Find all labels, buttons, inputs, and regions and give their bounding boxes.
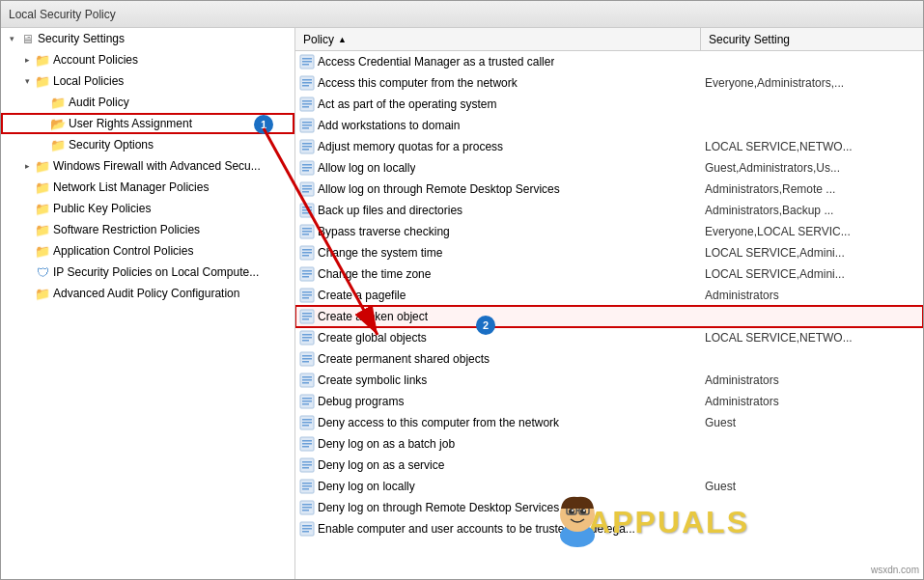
svg-rect-29 <box>302 207 312 208</box>
policy-name: Enable computer and user accounts to be … <box>318 522 635 536</box>
list-row-allow-log-on[interactable]: Allow log on locally Guest,Administrator… <box>295 157 923 179</box>
policy-icon <box>299 181 315 197</box>
policy-icon <box>299 394 315 409</box>
list-row-act-part[interactable]: Act as part of the operating system <box>295 94 923 115</box>
folder-icon: 📁 <box>35 202 50 216</box>
list-row-create-global[interactable]: Create global objects LOCAL SERVICE,NETW… <box>295 327 923 348</box>
sort-arrow: ▲ <box>338 35 347 44</box>
svg-rect-79 <box>302 467 309 469</box>
list-body[interactable]: Access Credential Manager as a trusted c… <box>295 51 923 579</box>
svg-rect-11 <box>302 106 309 108</box>
list-row-create-symbolic[interactable]: Create symbolic links Administrators <box>295 370 923 391</box>
wsxdn-watermark: wsxdn.com <box>871 565 919 575</box>
list-row-deny-service[interactable]: Deny log on as a service <box>295 455 923 476</box>
policy-cell: Deny access to this computer from the ne… <box>295 415 701 430</box>
policy-cell: Create global objects <box>295 330 701 345</box>
svg-rect-85 <box>302 504 312 506</box>
tree-item-audit-policy[interactable]: 📁Audit Policy <box>1 92 294 113</box>
list-row-deny-access[interactable]: Deny access to this computer from the ne… <box>295 412 923 433</box>
setting-value: Administrators <box>705 373 779 387</box>
policy-icon <box>299 479 315 494</box>
setting-value: LOCAL SERVICE,NETWO... <box>705 140 853 153</box>
tree-item-label: Public Key Policies <box>53 202 151 215</box>
policy-cell: Deny log on through Remote Desktop Servi… <box>295 500 701 515</box>
policy-cell: Deny log on locally <box>295 479 701 494</box>
folder-icon: 📁 <box>50 96 66 110</box>
list-row-change-time[interactable]: Change the system time LOCAL SERVICE,Adm… <box>295 242 923 263</box>
policy-cell: Allow log on through Remote Desktop Serv… <box>295 181 701 197</box>
expand-icon-security-settings[interactable]: ▾ <box>5 32 18 45</box>
svg-rect-78 <box>302 464 312 466</box>
list-row-change-timezone[interactable]: Change the time zone LOCAL SERVICE,Admin… <box>295 263 923 285</box>
annotation-circle-2: 2 <box>476 316 495 335</box>
tree-item-software-restriction[interactable]: 📁Software Restriction Policies <box>1 219 294 240</box>
policy-icon <box>299 245 315 261</box>
folder-icon: 📁 <box>35 223 50 237</box>
list-row-create-permanent[interactable]: Create permanent shared objects <box>295 348 923 370</box>
list-row-back-up[interactable]: Back up files and directories Administra… <box>295 200 923 221</box>
policy-cell: Change the system time <box>295 245 701 261</box>
tree-item-security-options[interactable]: 📁Security Options <box>1 134 294 155</box>
svg-rect-5 <box>302 79 312 81</box>
list-row-enable-computer[interactable]: Enable computer and user accounts to be … <box>295 518 923 539</box>
list-row-deny-batch[interactable]: Deny log on as a batch job <box>295 433 923 455</box>
tree-item-network-list[interactable]: 📁Network List Manager Policies <box>1 177 294 198</box>
policy-name: Create a token object <box>318 310 428 323</box>
list-row-deny-rdp[interactable]: Deny log on through Remote Desktop Servi… <box>295 497 923 518</box>
policy-cell: Bypass traverse checking <box>295 224 701 239</box>
list-row-access-computer[interactable]: Access this computer from the network Ev… <box>295 72 923 94</box>
list-row-access-credential[interactable]: Access Credential Manager as a trusted c… <box>295 51 923 72</box>
list-row-deny-locally[interactable]: Deny log on locally Guest <box>295 476 923 497</box>
policy-name: Add workstations to domain <box>318 119 460 132</box>
tree-item-local-policies[interactable]: ▾📁Local Policies <box>1 70 294 92</box>
tree-item-windows-firewall[interactable]: ▸📁Windows Firewall with Advanced Secu... <box>1 155 294 177</box>
svg-rect-30 <box>302 209 312 211</box>
policy-column-header[interactable]: Policy ▲ <box>295 28 701 50</box>
list-header: Policy ▲ Security Setting <box>295 28 923 51</box>
svg-rect-2 <box>302 61 312 63</box>
setting-value: LOCAL SERVICE,Admini... <box>705 267 845 281</box>
svg-rect-62 <box>302 379 312 381</box>
policy-icon <box>299 139 315 154</box>
svg-rect-6 <box>302 82 312 84</box>
tree-item-account-policies[interactable]: ▸📁Account Policies <box>1 49 294 70</box>
svg-rect-53 <box>302 334 312 336</box>
svg-rect-31 <box>302 212 309 214</box>
policy-icon <box>299 436 315 452</box>
setting-column-header[interactable]: Security Setting <box>701 28 923 50</box>
window-title: Local Security Policy <box>9 8 915 21</box>
policy-name: Deny log on as a batch job <box>318 437 455 451</box>
setting-cell: Everyone,Administrators,... <box>701 76 923 90</box>
policy-cell: Create symbolic links <box>295 373 701 388</box>
svg-rect-18 <box>302 146 312 148</box>
svg-rect-87 <box>302 510 309 511</box>
svg-rect-22 <box>302 167 312 169</box>
tree-item-security-settings[interactable]: ▾🖥Security Settings <box>1 28 294 49</box>
policy-name: Create permanent shared objects <box>318 352 490 366</box>
list-row-add-workstations[interactable]: Add workstations to domain <box>295 115 923 136</box>
expand-icon-local-policies[interactable]: ▾ <box>20 74 34 88</box>
policy-cell: Change the time zone <box>295 266 701 282</box>
policy-name: Allow log on through Remote Desktop Serv… <box>318 182 560 196</box>
policy-cell: Create a token object <box>295 309 701 324</box>
svg-rect-50 <box>302 316 312 318</box>
policy-cell: Enable computer and user accounts to be … <box>295 521 701 537</box>
expand-icon-account-policies[interactable]: ▸ <box>20 53 34 67</box>
svg-rect-46 <box>302 294 312 296</box>
list-row-create-pagefile[interactable]: Create a pagefile Administrators <box>295 285 923 306</box>
setting-cell: Administrators <box>701 373 923 387</box>
list-row-debug-programs[interactable]: Debug programs Administrators <box>295 391 923 412</box>
tree-item-user-rights[interactable]: 📂User Rights Assignment <box>1 113 294 134</box>
tree-item-public-key[interactable]: 📁Public Key Policies <box>1 198 294 219</box>
list-row-allow-rdp[interactable]: Allow log on through Remote Desktop Serv… <box>295 179 923 200</box>
list-row-create-token[interactable]: Create a token object <box>295 306 923 327</box>
svg-rect-74 <box>302 443 312 445</box>
policy-icon <box>299 118 315 133</box>
list-row-bypass-traverse[interactable]: Bypass traverse checking Everyone,LOCAL … <box>295 221 923 242</box>
tree-item-ip-security[interactable]: 🛡IP Security Policies on Local Compute..… <box>1 262 294 283</box>
expand-icon-windows-firewall[interactable]: ▸ <box>20 159 34 173</box>
tree-item-app-control[interactable]: 📁Application Control Policies <box>1 240 294 262</box>
tree-item-advanced-audit[interactable]: 📁Advanced Audit Policy Configuration <box>1 283 294 304</box>
policy-icon <box>299 160 315 176</box>
list-row-adjust-memory[interactable]: Adjust memory quotas for a process LOCAL… <box>295 136 923 157</box>
